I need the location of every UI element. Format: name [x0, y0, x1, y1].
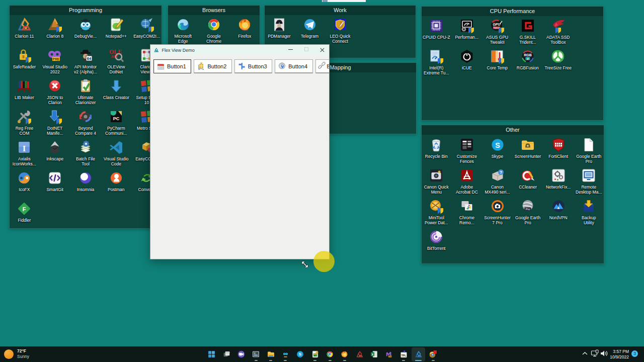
svg-text:I: I — [23, 144, 26, 153]
svg-text:2: 2 — [527, 57, 528, 60]
svg-text:S: S — [299, 352, 301, 356]
svg-text:F: F — [23, 206, 26, 212]
svg-text:RGB: RGB — [524, 53, 532, 57]
svg-text:64: 64 — [87, 56, 92, 61]
svg-text:.NET: .NET — [111, 55, 118, 58]
svg-text:PRE: PRE — [53, 57, 60, 61]
svg-text:PRE: PRE — [389, 355, 392, 357]
svg-text:TPL: TPL — [401, 353, 406, 356]
svg-text:X: X — [372, 352, 374, 355]
svg-text:?: ? — [499, 170, 502, 175]
svg-text:S: S — [495, 141, 500, 149]
svg-text:Pro: Pro — [526, 208, 530, 211]
svg-text:GPU: GPU — [493, 23, 501, 26]
svg-text:PC: PC — [113, 116, 120, 121]
